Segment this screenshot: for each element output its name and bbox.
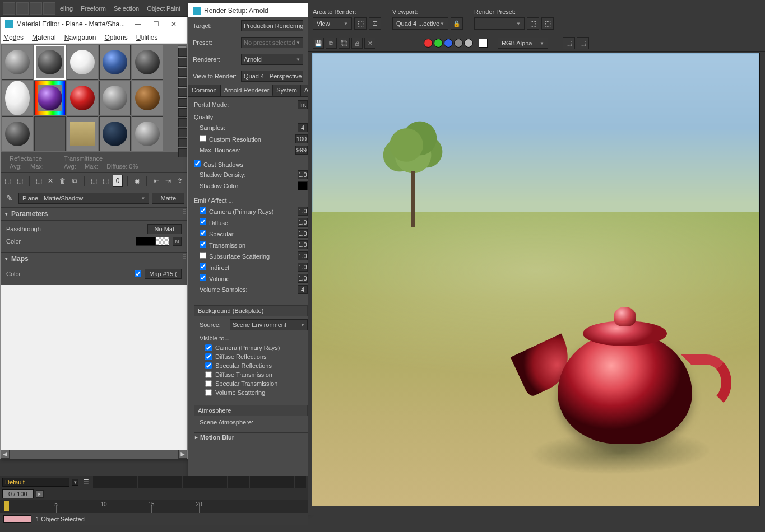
menu-modes[interactable]: Modes [3, 34, 24, 41]
ribbon-label[interactable]: Freeform [81, 5, 106, 12]
ribbon-icon[interactable] [16, 2, 29, 15]
material-swatch[interactable] [2, 81, 33, 115]
viewport-dropdown[interactable]: Quad 4 ...ective [392, 17, 448, 30]
side-icon[interactable] [178, 78, 187, 87]
save-image-icon[interactable]: 💾 [313, 38, 324, 49]
material-swatch[interactable] [132, 116, 163, 151]
go-parent-icon[interactable]: ⇪ [175, 175, 185, 187]
color-swatch[interactable] [136, 237, 169, 246]
render-setup-titlebar[interactable]: Render Setup: Arnold [188, 3, 308, 17]
vis-diffuse-refl-checkbox[interactable] [205, 353, 212, 360]
channel-dropdown[interactable]: RGB Alpha [498, 38, 548, 49]
frame-next-icon[interactable]: ► [36, 490, 44, 498]
render-preset-dropdown[interactable] [474, 17, 525, 30]
vis-diffuse-trans-checkbox[interactable] [205, 371, 212, 378]
assign-material-icon[interactable]: ⬚ [34, 175, 43, 187]
custom-resolution-checkbox[interactable] [200, 135, 206, 142]
ribbon-label[interactable]: Selection [114, 5, 139, 12]
nav-back-icon[interactable]: ⇤ [151, 175, 161, 187]
copy-image-icon[interactable]: ⧉ [326, 38, 337, 49]
toggle-ui-icon[interactable]: ⬚ [563, 37, 575, 49]
specular-checkbox[interactable] [200, 230, 206, 236]
region-icon[interactable]: ⬚ [354, 17, 367, 30]
indirect-checkbox[interactable] [200, 263, 206, 270]
side-icon[interactable] [178, 88, 187, 97]
ribbon-label[interactable]: Object Paint [147, 5, 180, 12]
side-icon[interactable] [178, 58, 187, 67]
clear-icon[interactable]: ✕ [364, 38, 375, 49]
overlay-icon[interactable]: ⬚ [577, 37, 589, 49]
rollout-parameters[interactable]: Parameters [1, 208, 187, 221]
shadow-color-swatch[interactable] [298, 181, 308, 190]
volume-value[interactable]: 1.0 [298, 274, 308, 283]
nav-fwd-icon[interactable]: ⇥ [163, 175, 173, 187]
green-channel-toggle[interactable] [434, 39, 443, 48]
samples-value[interactable]: 4 [298, 123, 308, 132]
vis-specular-refl-checkbox[interactable] [205, 362, 212, 369]
max-bounces-value[interactable]: 999 [295, 146, 308, 155]
swatch-hscroll[interactable]: ◄ ► [1, 450, 187, 459]
tab-system[interactable]: System [273, 85, 301, 96]
sss-value[interactable]: 1.0 [298, 251, 308, 260]
side-icon[interactable] [178, 98, 187, 107]
material-swatch[interactable] [34, 116, 66, 151]
blue-channel-toggle[interactable] [444, 39, 453, 48]
zero-icon[interactable]: 0 [113, 175, 123, 187]
material-swatch[interactable] [2, 116, 33, 151]
ribbon-icon[interactable] [3, 2, 15, 15]
alpha-channel-toggle[interactable] [454, 39, 463, 48]
preset-dropdown[interactable]: No preset selected [241, 37, 303, 48]
mono-channel-toggle[interactable] [464, 39, 473, 48]
specular-value[interactable]: 1.0 [298, 229, 308, 238]
frame-display[interactable]: 0 / 100 [2, 489, 34, 498]
side-icon[interactable] [178, 148, 187, 157]
reset-material-icon[interactable]: ✕ [46, 175, 55, 187]
ribbon-label[interactable]: eling [60, 5, 73, 12]
ribbon-icon[interactable] [30, 2, 42, 15]
crop-icon[interactable]: ⊡ [369, 17, 381, 30]
render-output-viewport[interactable] [312, 53, 760, 506]
maximize-button[interactable]: ☐ [147, 18, 165, 30]
scroll-right-icon[interactable]: ► [178, 450, 187, 459]
ribbon-icon[interactable] [43, 2, 55, 15]
put-material-icon[interactable]: ⬚ [15, 175, 24, 187]
renderer-dropdown[interactable]: Arnold [241, 54, 303, 65]
material-swatch[interactable] [34, 81, 66, 115]
clone-image-icon[interactable]: ⿻ [339, 38, 350, 49]
side-icon[interactable] [178, 118, 187, 127]
delete-material-icon[interactable]: 🗑 [58, 175, 67, 187]
vis-volume-scatter-checkbox[interactable] [205, 389, 212, 396]
material-swatch-selected[interactable] [34, 45, 66, 80]
menu-utilities[interactable]: Utilities [136, 34, 158, 41]
track-name[interactable]: Default [2, 478, 69, 487]
custom-resolution-value[interactable]: 100 [295, 134, 308, 143]
make-unique-icon[interactable]: ⬚ [89, 175, 99, 187]
print-icon[interactable]: 🖨 [351, 38, 363, 49]
camera-checkbox[interactable] [200, 207, 206, 214]
material-swatch[interactable] [67, 45, 98, 80]
material-swatch[interactable] [99, 81, 131, 115]
camera-value[interactable]: 1.0 [298, 207, 308, 216]
diffuse-checkbox[interactable] [200, 218, 206, 225]
side-icon[interactable] [178, 68, 187, 77]
material-editor-titlebar[interactable]: Material Editor - Plane - Matte/Sha... —… [1, 17, 187, 31]
side-icon[interactable] [178, 108, 187, 117]
playhead[interactable] [4, 501, 9, 511]
tab-common[interactable]: Common [188, 85, 221, 96]
vis-specular-trans-checkbox[interactable] [205, 380, 212, 387]
red-channel-toggle[interactable] [424, 39, 433, 48]
material-swatch[interactable] [67, 116, 98, 151]
diffuse-value[interactable]: 1.0 [298, 218, 308, 227]
menu-options[interactable]: Options [104, 34, 127, 41]
volume-samples-value[interactable]: 4 [298, 285, 308, 294]
portal-mode-value[interactable]: Int [298, 100, 308, 109]
layer-icon[interactable]: ☰ [81, 477, 91, 487]
side-icon[interactable] [178, 138, 187, 147]
material-swatch[interactable] [132, 45, 163, 80]
shadow-density-value[interactable]: 1.0 [298, 170, 308, 179]
lock-viewport-icon[interactable]: 🔒 [451, 17, 463, 30]
maps-color-checkbox[interactable] [135, 270, 141, 277]
eyedropper-icon[interactable]: ✎ [3, 192, 16, 204]
no-mat-button[interactable]: No Mat [147, 224, 182, 234]
material-swatch[interactable] [99, 45, 131, 80]
